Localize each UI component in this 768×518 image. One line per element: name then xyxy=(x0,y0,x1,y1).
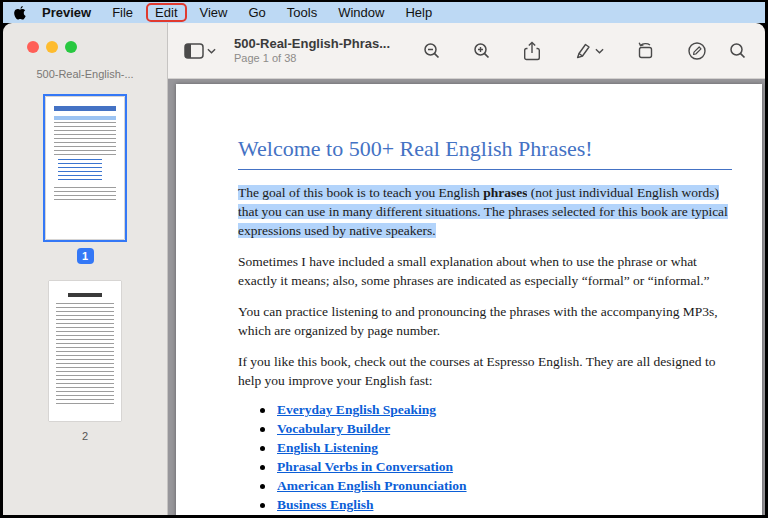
menu-tools[interactable]: Tools xyxy=(286,5,318,20)
close-button[interactable] xyxy=(27,41,39,53)
zoom-button[interactable] xyxy=(65,41,77,53)
list-item: Everyday English Speaking xyxy=(260,402,732,418)
list-item: Business English xyxy=(260,497,732,513)
thumbnail-page-2[interactable] xyxy=(49,281,121,421)
list-item: Phrasal Verbs in Conversation xyxy=(260,459,732,475)
sidebar-doc-label: 500-Real-English-... xyxy=(3,68,167,80)
thumb1-title-line xyxy=(54,106,116,111)
link-everyday-english-speaking[interactable]: Everyday English Speaking xyxy=(277,402,436,418)
course-link-list: Everyday English Speaking Vocabulary Bui… xyxy=(260,402,732,515)
menu-file[interactable]: File xyxy=(111,5,134,20)
toolbar: 500-Real-English-Phras... Page 1 of 38 xyxy=(168,23,765,79)
thumb1-text-lines xyxy=(54,122,116,156)
document-viewport[interactable]: Welcome to 500+ Real English Phrases! Th… xyxy=(168,79,765,515)
thumb1-text-lines-2 xyxy=(54,187,116,201)
zoom-out-icon xyxy=(423,42,441,60)
menu-go[interactable]: Go xyxy=(247,5,266,20)
menu-edit[interactable]: Edit xyxy=(146,3,186,22)
thumbnail-page-1[interactable] xyxy=(46,97,124,239)
link-business-english[interactable]: Business English xyxy=(277,497,373,513)
bullet-icon xyxy=(260,446,265,451)
window-controls xyxy=(3,23,167,53)
sidebar-toggle-button[interactable] xyxy=(180,39,220,63)
zoom-in-button[interactable] xyxy=(469,38,495,64)
sidebar: 500-Real-English-... 1 2 xyxy=(3,23,168,515)
chevron-down-icon xyxy=(595,48,604,54)
menu-window[interactable]: Window xyxy=(337,5,385,20)
selected-text: The goal of this book is to teach you En… xyxy=(238,185,483,200)
link-american-pronunciation[interactable]: American English Pronunciation xyxy=(277,478,467,494)
apple-icon xyxy=(14,5,27,20)
markup-toolbar-button[interactable] xyxy=(683,37,711,65)
thumb1-link-lines xyxy=(58,159,102,183)
minimize-button[interactable] xyxy=(46,41,58,53)
apple-menu[interactable] xyxy=(14,5,27,20)
paragraph-2: Sometimes I have included a small explan… xyxy=(238,252,732,290)
paragraph-3: You can practice listening to and pronou… xyxy=(238,302,732,340)
share-button[interactable] xyxy=(519,37,545,65)
share-icon xyxy=(523,41,541,61)
menu-help[interactable]: Help xyxy=(404,5,433,20)
bullet-icon xyxy=(260,484,265,489)
thumb1-highlight-line xyxy=(54,116,116,120)
document-title: 500-Real-English-Phras... xyxy=(234,36,390,52)
bullet-icon xyxy=(260,427,265,432)
bullet-icon xyxy=(260,465,265,470)
search-button[interactable] xyxy=(725,38,751,64)
link-phrasal-verbs[interactable]: Phrasal Verbs in Conversation xyxy=(277,459,453,475)
pencil-circle-icon xyxy=(687,41,707,61)
main-area: 500-Real-English-Phras... Page 1 of 38 xyxy=(168,23,765,515)
list-item: American English Pronunciation xyxy=(260,478,732,494)
sidebar-icon xyxy=(184,43,204,59)
rotate-button[interactable] xyxy=(632,37,659,64)
thumbnail-list: 1 2 xyxy=(3,80,167,442)
list-item: Vocabulary Builder xyxy=(260,421,732,437)
bullet-icon xyxy=(260,408,265,413)
rotate-icon xyxy=(636,41,655,60)
highlight-button[interactable] xyxy=(569,37,608,64)
menu-view[interactable]: View xyxy=(199,5,229,20)
pdf-page: Welcome to 500+ Real English Phrases! Th… xyxy=(176,84,762,515)
list-item: English Listening xyxy=(260,440,732,456)
paragraph-4: If you like this book, check out the cou… xyxy=(238,352,732,390)
paragraph-1: The goal of this book is to teach you En… xyxy=(238,183,732,240)
thumbnail-1-page-badge: 1 xyxy=(77,248,94,264)
link-vocabulary-builder[interactable]: Vocabulary Builder xyxy=(277,421,390,437)
thumb2-text-lines xyxy=(56,303,114,407)
zoom-out-button[interactable] xyxy=(419,38,445,64)
thumbnail-2-page-number: 2 xyxy=(82,430,88,442)
screenshot-frame: Preview File Edit View Go Tools Window H… xyxy=(0,0,768,518)
zoom-in-icon xyxy=(473,42,491,60)
marker-pen-icon xyxy=(573,41,592,60)
menu-bar: Preview File Edit View Go Tools Window H… xyxy=(3,2,765,23)
selected-text-bold: phrases xyxy=(483,185,527,200)
chevron-down-icon xyxy=(207,48,216,54)
page-title: Welcome to 500+ Real English Phrases! xyxy=(238,136,732,170)
document-title-block: 500-Real-English-Phras... Page 1 of 38 xyxy=(234,36,390,66)
bullet-icon xyxy=(260,503,265,508)
menu-app-name[interactable]: Preview xyxy=(42,5,91,20)
preview-window: 500-Real-English-... 1 2 xyxy=(3,23,765,515)
link-english-listening[interactable]: English Listening xyxy=(277,440,378,456)
thumb2-title-line xyxy=(68,293,102,297)
search-icon xyxy=(729,42,747,60)
page-indicator: Page 1 of 38 xyxy=(234,52,390,66)
